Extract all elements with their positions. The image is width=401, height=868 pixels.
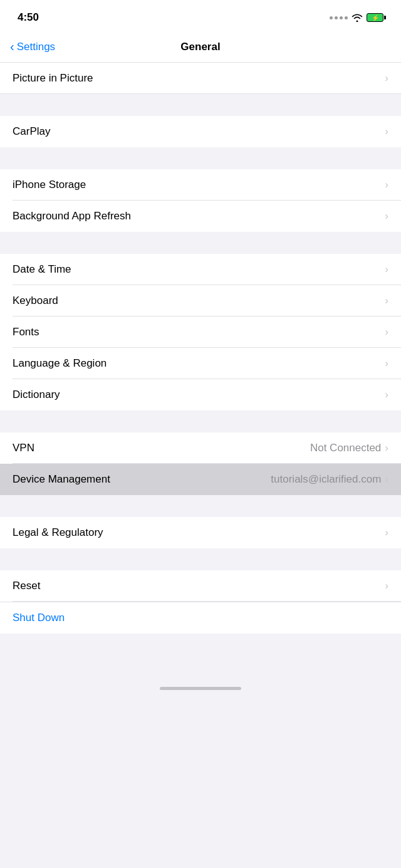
item-label: Language & Region (13, 357, 107, 370)
partial-group: Picture in Picture › (0, 63, 401, 94)
item-label: Date & Time (13, 263, 71, 276)
chevron-icon: › (385, 357, 388, 370)
item-label: Reset (13, 580, 40, 592)
list-item-reset[interactable]: Reset › (0, 570, 401, 602)
battery-icon: ⚡ (367, 13, 383, 22)
list-item-keyboard[interactable]: Keyboard › (0, 285, 401, 316)
carplay-group: CarPlay › (0, 116, 401, 147)
item-label: Dictionary (13, 389, 60, 401)
chevron-icon: › (385, 389, 388, 401)
item-label: Keyboard (13, 295, 58, 307)
back-button[interactable]: ‹ Settings (10, 41, 55, 53)
item-label: Device Management (13, 473, 110, 486)
list-item-device-management[interactable]: Device Management tutorials@iclarified.c… (0, 464, 401, 495)
status-time: 4:50 (18, 11, 39, 24)
back-label: Settings (17, 41, 55, 53)
list-item-iphone-storage[interactable]: iPhone Storage › (0, 169, 401, 201)
signal-icon (330, 16, 348, 19)
item-label: CarPlay (13, 125, 50, 138)
item-label: iPhone Storage (13, 179, 86, 191)
section-divider (0, 495, 401, 517)
bottom-space (0, 634, 401, 671)
item-right: › (383, 263, 388, 276)
chevron-icon: › (385, 125, 388, 138)
item-right: › (383, 526, 388, 539)
item-right: › (383, 295, 388, 307)
status-icons: ⚡ (330, 13, 383, 22)
section-divider (0, 147, 401, 169)
chevron-icon: › (385, 526, 388, 539)
vpn-mgmt-group: VPN Not Connected › Device Management tu… (0, 432, 401, 495)
locale-group: Date & Time › Keyboard › Fonts › Languag… (0, 254, 401, 410)
item-right: › (383, 179, 388, 191)
item-label: VPN (13, 442, 34, 454)
section-divider (0, 548, 401, 570)
item-label: Fonts (13, 326, 39, 338)
home-indicator-area (0, 671, 401, 696)
storage-group: iPhone Storage › Background App Refresh … (0, 169, 401, 232)
legal-group: Legal & Regulatory › (0, 517, 401, 548)
item-label: Legal & Regulatory (13, 526, 103, 539)
item-right: › (383, 389, 388, 401)
item-label: Background App Refresh (13, 210, 131, 222)
chevron-icon: › (385, 179, 388, 191)
item-right: › (383, 357, 388, 370)
item-right: tutorials@iclarified.com › (271, 473, 388, 486)
chevron-icon: › (385, 263, 388, 276)
list-item-vpn[interactable]: VPN Not Connected › (0, 432, 401, 464)
back-chevron-icon: ‹ (10, 40, 14, 53)
status-bar: 4:50 ⚡ (0, 0, 401, 31)
chevron-icon: › (385, 473, 388, 486)
list-item-dictionary[interactable]: Dictionary › (0, 379, 401, 410)
list-item-legal-regulatory[interactable]: Legal & Regulatory › (0, 517, 401, 548)
chevron-icon: › (385, 442, 388, 454)
reset-group: Reset › Shut Down (0, 570, 401, 634)
item-right: › (383, 580, 388, 592)
chevron-icon: › (385, 295, 388, 307)
wifi-icon (352, 13, 363, 22)
section-divider (0, 232, 401, 254)
item-right: › (383, 210, 388, 222)
item-right: › (383, 125, 388, 138)
item-right: Not Connected › (310, 442, 388, 454)
chevron-icon: › (385, 72, 388, 85)
list-item-picture-in-picture[interactable]: Picture in Picture › (0, 63, 401, 94)
home-bar (160, 687, 241, 690)
item-label: Picture in Picture (13, 72, 93, 85)
list-item-fonts[interactable]: Fonts › (0, 316, 401, 348)
section-divider (0, 94, 401, 116)
item-value: Not Connected (310, 442, 381, 454)
list-item-date-time[interactable]: Date & Time › (0, 254, 401, 285)
shutdown-button[interactable]: Shut Down (0, 602, 401, 634)
page-title: General (180, 41, 220, 53)
chevron-icon: › (385, 580, 388, 592)
list-item-language-region[interactable]: Language & Region › (0, 348, 401, 379)
item-right: › (383, 326, 388, 338)
section-divider (0, 410, 401, 432)
list-item-carplay[interactable]: CarPlay › (0, 116, 401, 147)
chevron-icon: › (385, 326, 388, 338)
nav-bar: ‹ Settings General (0, 31, 401, 63)
chevron-icon: › (385, 210, 388, 222)
list-item-background-app-refresh[interactable]: Background App Refresh › (0, 201, 401, 232)
item-value: tutorials@iclarified.com (271, 473, 381, 486)
